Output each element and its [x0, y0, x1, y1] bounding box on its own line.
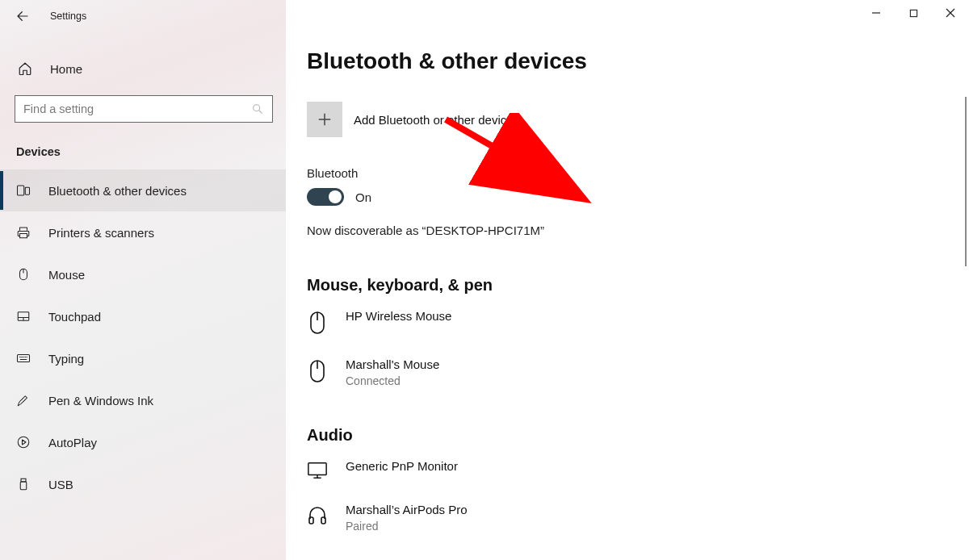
page-title: Bluetooth & other devices: [307, 48, 969, 74]
sidebar-home[interactable]: Home: [0, 32, 286, 81]
svg-rect-1: [18, 186, 24, 195]
device-item[interactable]: Generic PnP Monitor: [307, 459, 969, 480]
devices-icon: [16, 183, 31, 198]
sidebar-item-label: AutoPlay: [48, 436, 97, 449]
sidebar-item-typing[interactable]: Typing: [0, 337, 286, 379]
add-device-button[interactable]: Add Bluetooth or other device: [307, 102, 969, 137]
svg-rect-21: [309, 517, 313, 524]
sidebar: Settings Home Devices Bluetooth & oth: [0, 0, 286, 560]
plus-icon: [307, 102, 342, 137]
search-icon: [251, 102, 264, 115]
bluetooth-toggle-state: On: [355, 190, 371, 204]
search-settings[interactable]: [15, 95, 273, 123]
pen-icon: [16, 393, 31, 407]
svg-rect-10: [21, 479, 26, 482]
device-item[interactable]: HP Wireless Mouse: [307, 309, 969, 335]
sidebar-item-label: Mouse: [48, 268, 85, 282]
discoverable-text: Now discoverable as “DESKTOP-HPCI71M”: [307, 224, 969, 237]
device-status: Paired: [346, 520, 468, 533]
toggle-knob: [329, 190, 342, 203]
usb-icon: [16, 477, 31, 491]
bluetooth-toggle[interactable]: [307, 188, 344, 206]
touchpad-icon: [16, 309, 31, 324]
device-name: Marshall's Mouse: [346, 357, 439, 371]
search-input[interactable]: [15, 102, 272, 115]
sidebar-item-label: USB: [48, 478, 73, 491]
sidebar-item-label: Typing: [48, 352, 84, 366]
bluetooth-label: Bluetooth: [307, 166, 969, 180]
svg-rect-18: [308, 463, 326, 475]
sidebar-item-label: Touchpad: [48, 310, 101, 324]
sidebar-item-bluetooth-devices[interactable]: Bluetooth & other devices: [0, 169, 286, 211]
device-status: Connected: [346, 374, 439, 387]
sidebar-item-printers-scanners[interactable]: Printers & scanners: [0, 211, 286, 253]
section-mouse-keyboard-pen: Mouse, keyboard, & pen: [307, 276, 969, 295]
sidebar-item-label: Bluetooth & other devices: [48, 184, 187, 198]
sidebar-item-label: Printers & scanners: [48, 226, 154, 240]
headphones-icon: [307, 503, 328, 525]
main-content: Bluetooth & other devices Add Bluetooth …: [286, 0, 969, 560]
svg-rect-2: [25, 187, 29, 194]
sidebar-item-autoplay[interactable]: AutoPlay: [0, 421, 286, 463]
device-item[interactable]: Marshall's Mouse Connected: [307, 357, 969, 387]
printer-icon: [16, 225, 31, 240]
section-audio: Audio: [307, 426, 969, 445]
home-label: Home: [50, 62, 82, 76]
device-item[interactable]: Marshall’s AirPods Pro Paired: [307, 503, 969, 533]
sidebar-item-mouse[interactable]: Mouse: [0, 253, 286, 295]
mouse-icon: [307, 309, 328, 335]
device-name: Marshall’s AirPods Pro: [346, 503, 468, 516]
arrow-left-icon: [15, 9, 30, 23]
svg-point-0: [254, 105, 260, 111]
sidebar-item-usb[interactable]: USB: [0, 463, 286, 505]
sidebar-category: Devices: [0, 123, 286, 169]
home-icon: [18, 61, 32, 76]
svg-rect-11: [20, 482, 27, 490]
add-device-label: Add Bluetooth or other device: [354, 113, 514, 127]
window-title: Settings: [50, 10, 86, 22]
device-name: Generic PnP Monitor: [346, 459, 458, 473]
sidebar-item-label: Pen & Windows Ink: [48, 394, 153, 407]
sidebar-nav: Bluetooth & other devices Printers & sca…: [0, 169, 286, 505]
device-name: HP Wireless Mouse: [346, 309, 451, 323]
keyboard-icon: [16, 351, 31, 366]
mouse-icon: [16, 267, 31, 282]
svg-rect-22: [321, 517, 325, 524]
sidebar-item-pen-windows-ink[interactable]: Pen & Windows Ink: [0, 379, 286, 421]
sidebar-item-touchpad[interactable]: Touchpad: [0, 295, 286, 337]
svg-rect-8: [18, 355, 30, 362]
mouse-icon: [307, 357, 328, 383]
autoplay-icon: [16, 435, 31, 449]
monitor-icon: [307, 459, 328, 480]
svg-point-9: [18, 437, 29, 448]
back-button[interactable]: [15, 8, 31, 24]
